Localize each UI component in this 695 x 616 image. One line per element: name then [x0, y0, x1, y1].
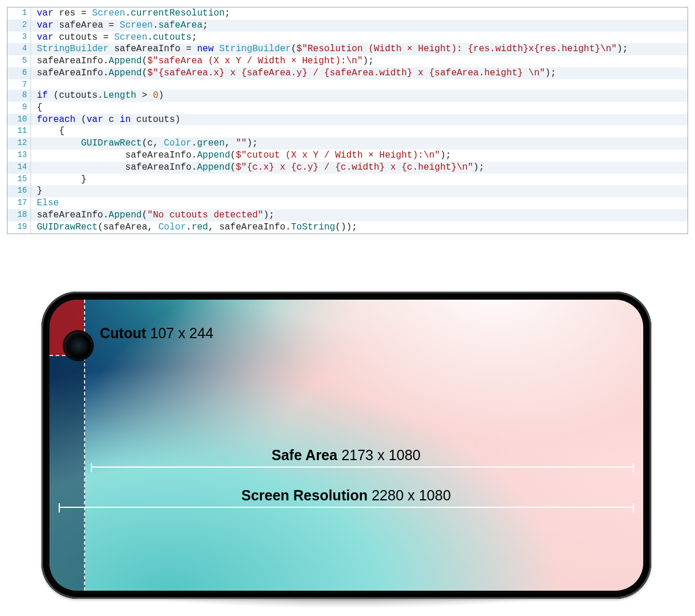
line-number: 15 — [7, 174, 31, 186]
code-source: safeAreaInfo.Append("No cutouts detected… — [31, 209, 688, 221]
code-line: 19GUIDrawRect(safeArea, Color.red, safeA… — [7, 221, 688, 234]
code-line: 7 — [7, 79, 688, 90]
cutout-label: Cutout 107 x 244 — [100, 325, 213, 342]
line-number: 4 — [7, 43, 31, 55]
phone-screen: Cutout 107 x 244 Safe Area 2173 x 1080 S… — [49, 300, 643, 591]
line-number: 10 — [7, 114, 31, 126]
code-source: var cutouts = Screen.cutouts; — [31, 32, 688, 44]
line-number: 18 — [7, 209, 31, 221]
safe-area-label-prefix: Safe Area — [272, 447, 337, 463]
line-number: 8 — [7, 90, 31, 102]
code-line: 6safeAreaInfo.Append($"{safeArea.x} x {s… — [7, 67, 688, 79]
code-source: foreach (var c in cutouts) — [31, 114, 688, 126]
code-line: 10foreach (var c in cutouts) — [7, 114, 688, 126]
phone-mockup: Cutout 107 x 244 Safe Area 2173 x 1080 S… — [41, 292, 654, 616]
line-number: 16 — [7, 185, 31, 197]
line-number: 11 — [7, 125, 31, 137]
code-source: { — [31, 125, 688, 137]
line-number: 17 — [7, 197, 31, 209]
code-line: 15 } — [7, 174, 688, 186]
safe-area-dim-line — [91, 466, 634, 468]
code-source: StringBuilder safeAreaInfo = new StringB… — [31, 43, 688, 55]
code-source: GUIDrawRect(c, Color.green, ""); — [31, 137, 688, 150]
code-source: safeAreaInfo.Append($"safeArea (X x Y / … — [31, 55, 688, 67]
line-number: 9 — [7, 102, 31, 114]
code-source: safeAreaInfo.Append($"{safeArea.x} x {sa… — [31, 67, 688, 79]
cutout-label-prefix: Cutout — [100, 325, 147, 341]
line-number: 3 — [7, 32, 31, 44]
cutout-value: 107 x 244 — [150, 325, 213, 341]
code-block: 1var res = Screen.currentResolution;2var… — [7, 7, 688, 234]
line-number: 12 — [7, 137, 31, 150]
code-line: 18safeAreaInfo.Append("No cutouts detect… — [7, 209, 688, 221]
code-source — [31, 79, 688, 90]
code-line: 1var res = Screen.currentResolution; — [7, 7, 688, 20]
camera-hole-icon — [64, 332, 92, 359]
resolution-value: 2280 x 1080 — [372, 487, 451, 503]
code-source: } — [31, 174, 688, 186]
code-line: 12 GUIDrawRect(c, Color.green, ""); — [7, 137, 688, 150]
line-number: 13 — [7, 150, 31, 162]
code-source: var safeArea = Screen.safeArea; — [31, 20, 688, 32]
code-line: 17Else — [7, 197, 688, 209]
phone-frame: Cutout 107 x 244 Safe Area 2173 x 1080 S… — [41, 292, 651, 599]
resolution-label: Screen Resolution 2280 x 1080 — [241, 487, 450, 504]
code-source: } — [31, 185, 688, 197]
line-number: 6 — [7, 67, 31, 79]
code-source: GUIDrawRect(safeArea, Color.red, safeAre… — [31, 221, 688, 234]
code-line: 9{ — [7, 102, 688, 114]
code-source: safeAreaInfo.Append($"cutout (X x Y / Wi… — [31, 150, 688, 162]
line-number: 2 — [7, 20, 31, 32]
line-number: 14 — [7, 162, 31, 174]
phone-shadow — [74, 598, 621, 613]
code-line: 16} — [7, 185, 688, 197]
resolution-dim-line — [59, 507, 634, 508]
line-number: 7 — [7, 79, 31, 90]
code-source: Else — [31, 197, 688, 209]
code-source: safeAreaInfo.Append($"{c.x} x {c.y} / {c… — [31, 162, 688, 174]
code-line: 13 safeAreaInfo.Append($"cutout (X x Y /… — [7, 150, 688, 162]
code-line: 14 safeAreaInfo.Append($"{c.x} x {c.y} /… — [7, 162, 688, 174]
code-line: 3var cutouts = Screen.cutouts; — [7, 32, 688, 44]
code-line: 4StringBuilder safeAreaInfo = new String… — [7, 43, 688, 55]
phone-caption: Samsung S10e — [41, 613, 654, 616]
code-line: 5safeAreaInfo.Append($"safeArea (X x Y /… — [7, 55, 688, 67]
code-source: if (cutouts.Length > 0) — [31, 90, 688, 102]
line-number: 5 — [7, 55, 31, 67]
resolution-label-prefix: Screen Resolution — [241, 487, 368, 503]
safe-area-value: 2173 x 1080 — [341, 447, 421, 463]
safe-area-label: Safe Area 2173 x 1080 — [272, 447, 421, 464]
code-line: 11 { — [7, 125, 688, 137]
line-number: 1 — [7, 7, 31, 20]
code-line: 8if (cutouts.Length > 0) — [7, 90, 688, 102]
code-source: var res = Screen.currentResolution; — [31, 7, 688, 20]
line-number: 19 — [7, 221, 31, 234]
code-line: 2var safeArea = Screen.safeArea; — [7, 20, 688, 32]
code-source: { — [31, 102, 688, 114]
